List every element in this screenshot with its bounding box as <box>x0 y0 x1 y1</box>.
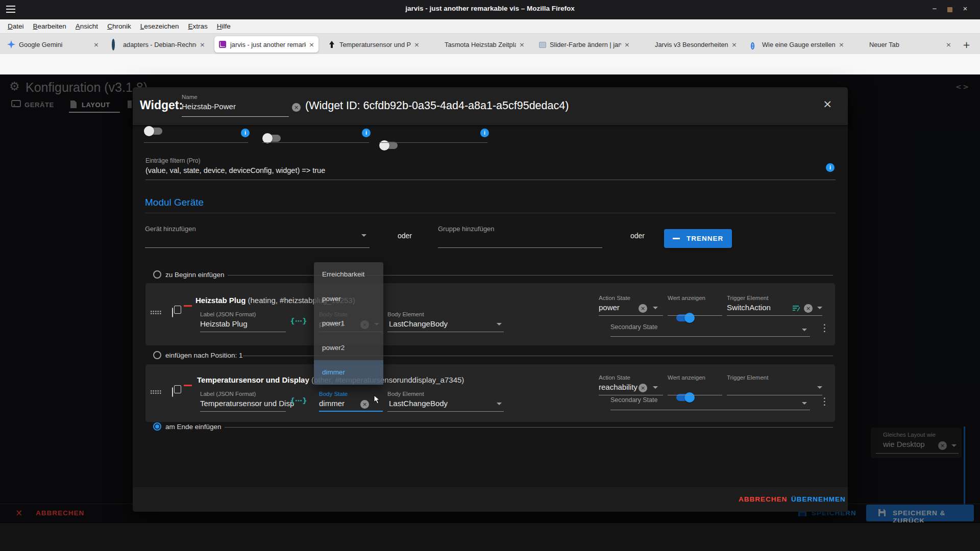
json-icon[interactable]: {⋯} <box>290 317 307 325</box>
new-tab-button[interactable]: + <box>963 39 970 50</box>
radio-end-label: am Ende einfügen <box>165 423 222 431</box>
radio-after-position[interactable] <box>153 351 161 359</box>
filter-input[interactable]: (value, val, state, device, deviceConfig… <box>145 166 325 174</box>
chevron-down-icon[interactable] <box>817 307 822 309</box>
option-toggle-1[interactable] <box>145 128 162 135</box>
filter-list-icon[interactable] <box>793 305 800 311</box>
jarvis-icon <box>218 40 227 48</box>
more-menu-icon[interactable]: ⋮ <box>820 322 829 333</box>
dropdown-option-power2[interactable]: power2 <box>314 336 383 360</box>
chevron-down-icon[interactable] <box>802 402 807 405</box>
tab-close-icon[interactable]: × <box>624 41 630 48</box>
show-value-label: Wert anzeigen <box>668 374 705 381</box>
info-icon[interactable]: i <box>480 129 489 137</box>
add-device-select[interactable]: Gerät hinzufügen <box>145 225 196 233</box>
dialog-cancel-button[interactable]: ABBRECHEN <box>739 495 787 503</box>
body-element-select[interactable]: LastChangeBody <box>389 319 448 328</box>
menu-chronik[interactable]: Chronik <box>103 19 136 33</box>
chevron-down-icon[interactable] <box>653 307 658 309</box>
tab-tasmota[interactable]: Tasmota Heizstab Zeitplan × <box>429 36 529 53</box>
dropdown-option-power[interactable]: power <box>314 287 383 311</box>
menu-lesezeichen[interactable]: Lesezeichen <box>136 19 184 33</box>
more-menu-icon[interactable]: ⋮ <box>820 395 829 407</box>
window-close-button[interactable]: × <box>959 2 972 15</box>
secondary-state-select[interactable]: Secondary State <box>610 323 657 331</box>
drag-handle[interactable] <box>150 310 161 315</box>
widget-dialog: Widget: Name Heizstab-Power × (Widget ID… <box>133 87 848 512</box>
action-state-input[interactable]: reachability <box>599 383 638 391</box>
tab-close-icon[interactable]: × <box>946 41 951 48</box>
label-field-input[interactable]: Heizstab Plug <box>200 319 248 328</box>
tab-close-icon[interactable]: × <box>309 41 314 48</box>
option-toggle-2[interactable] <box>263 135 281 142</box>
chevron-down-icon[interactable] <box>497 323 502 325</box>
tab-close-icon[interactable]: × <box>200 41 205 48</box>
chevron-down-icon[interactable] <box>497 403 502 405</box>
tab-close-icon[interactable]: × <box>731 41 737 48</box>
clear-icon[interactable]: × <box>804 304 813 313</box>
clear-icon[interactable]: × <box>639 384 647 392</box>
tab-close-icon[interactable]: × <box>93 41 99 48</box>
menu-extras[interactable]: Extras <box>184 19 212 33</box>
chevron-down-icon[interactable] <box>653 386 658 389</box>
clear-name-icon[interactable]: × <box>292 103 301 112</box>
dropdown-option-erreichbarkeit[interactable]: Erreichbarkeit <box>314 262 383 287</box>
option-toggle-3[interactable] <box>380 142 398 149</box>
device-card-temperatursensor: Temperatursensor und Display (other, #te… <box>145 364 835 422</box>
tab-jarvis-v3[interactable]: Jarvis v3 Besonderheiten Z × <box>639 36 741 53</box>
secondary-state-select[interactable]: Secondary State <box>610 396 657 404</box>
duplicate-icon[interactable] <box>172 387 173 397</box>
body-element-select[interactable]: LastChangeBody <box>389 399 448 408</box>
section-title: Modul Geräte <box>145 197 204 208</box>
radio-end-selected[interactable] <box>153 422 161 431</box>
tab-jarvis-active[interactable]: jarvis - just another remark × <box>214 36 318 53</box>
dropdown-option-dimmer-selected[interactable]: dimmer <box>314 360 383 385</box>
action-state-input[interactable]: power <box>599 303 620 312</box>
body-state-input-focused[interactable]: dimmer <box>319 399 345 408</box>
clear-icon[interactable]: × <box>360 400 369 409</box>
action-state-label: Action State <box>599 295 630 301</box>
dropdown-option-power1[interactable]: power1 <box>314 311 383 336</box>
widget-name-label: Name <box>182 94 198 100</box>
tab-close-icon[interactable]: × <box>839 41 844 48</box>
radio-after-label: einfügen nach Position: 1 <box>165 352 243 359</box>
info-icon[interactable]: i <box>362 129 371 137</box>
radio-begin[interactable] <box>153 270 161 279</box>
window-maximize-button[interactable] <box>947 7 952 12</box>
tab-gauge[interactable]: i Wie eine Gauge erstellen in × <box>746 36 848 53</box>
widget-name-input[interactable]: Heizstab-Power <box>182 102 236 111</box>
label-field-label: Label (JSON Format) <box>200 311 256 317</box>
dialog-apply-button[interactable]: ÜBERNEHMEN <box>791 495 846 503</box>
clear-icon[interactable]: × <box>639 304 647 313</box>
duplicate-icon[interactable] <box>172 308 173 317</box>
tab-slider-farbe[interactable]: Slider-Farbe ändern | jarvi × <box>534 36 634 53</box>
chevron-down-icon[interactable] <box>361 234 366 237</box>
info-icon[interactable]: i <box>241 129 250 137</box>
tab-google-gemini[interactable]: Google Gemini × <box>3 36 103 53</box>
tab-close-icon[interactable]: × <box>519 41 525 48</box>
tab-close-icon[interactable]: × <box>414 41 420 48</box>
chevron-down-icon[interactable] <box>802 329 807 331</box>
trenner-button[interactable]: TRENNER <box>664 229 732 248</box>
iobroker-icon <box>111 40 119 48</box>
add-group-input[interactable]: Gruppe hinzufügen <box>438 225 495 233</box>
forum-knot-icon <box>643 40 651 48</box>
trigger-element-select[interactable]: Trigger Element <box>727 374 768 381</box>
tab-adapters[interactable]: adapters - Debian-Rechner × <box>107 36 209 53</box>
dialog-close-button[interactable]: × <box>823 97 832 110</box>
label-field-input[interactable]: Temperatursensor und Disp <box>200 399 294 408</box>
tab-temperatursensor[interactable]: Temperatursensor und PW × <box>324 36 424 53</box>
tab-neuer-tab[interactable]: Neuer Tab × <box>853 36 955 53</box>
chevron-down-icon[interactable] <box>817 386 822 389</box>
info-icon[interactable]: i <box>826 163 835 172</box>
menu-bearbeiten[interactable]: Bearbeiten <box>29 19 71 33</box>
menu-datei[interactable]: Datei <box>3 19 29 33</box>
menu-ansicht[interactable]: Ansicht <box>71 19 103 33</box>
trigger-element-input[interactable]: SwitchAction <box>727 303 771 312</box>
or-text: oder <box>630 232 645 240</box>
menu-hilfe[interactable]: Hilfe <box>212 19 235 33</box>
navbar: ← → ⌂ Nicht sicher http://192.168.178.31… <box>0 54 980 75</box>
drag-handle[interactable] <box>150 390 161 394</box>
json-icon[interactable]: {⋯} <box>290 396 307 405</box>
window-minimize-button[interactable]: − <box>928 2 941 15</box>
